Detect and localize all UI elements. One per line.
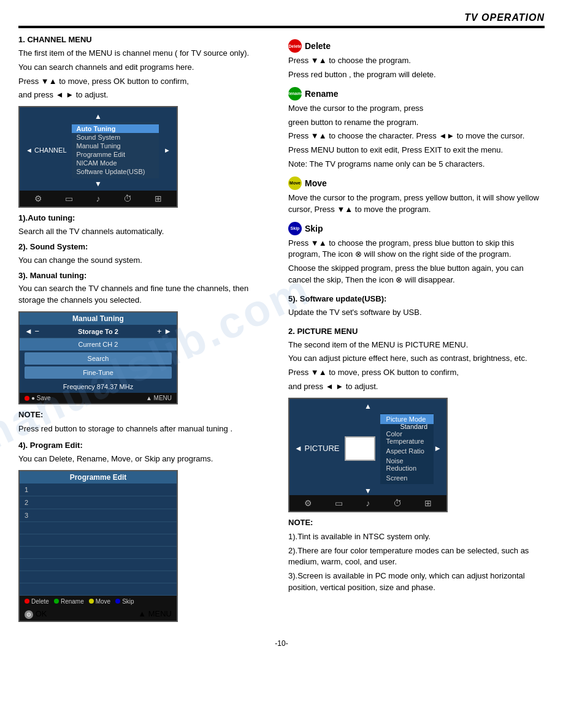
pe-menu-label: ▲ MENU xyxy=(138,609,172,619)
rename-para2: green button to rename the program. xyxy=(288,117,545,129)
menu-item-software-update: Software Update(USB) xyxy=(72,167,159,176)
pe-rename-item: Rename xyxy=(54,598,84,605)
mt-search-btn[interactable]: Search xyxy=(25,352,172,365)
pe-row-7 xyxy=(20,559,177,571)
skip-circle: Skip xyxy=(288,222,302,235)
feature-skip: Skip Skip Press ▼▲ to choose the program… xyxy=(288,222,545,286)
pe-row-4 xyxy=(20,522,177,534)
pe-ok-label: ⊙ OK xyxy=(25,609,47,619)
sound-system-heading: 2). Sound System: xyxy=(18,241,276,253)
skip-dot xyxy=(115,599,120,604)
section-manual-tuning: 3). Manual tuning: You can search the TV… xyxy=(18,270,276,405)
skip-title: Skip Skip xyxy=(288,222,545,235)
pe-row-2: 2 xyxy=(20,496,177,509)
move-dot xyxy=(89,599,94,604)
section-sound-system: 2). Sound System: You can change the sou… xyxy=(18,241,276,267)
note2-heading: NOTE: xyxy=(288,517,545,529)
menu-item-auto-tuning: Auto Tuning xyxy=(72,124,159,133)
note2-section: NOTE: 1).Tint is available in NTSC syste… xyxy=(288,517,545,594)
mt-left-nav: ◄ − xyxy=(25,327,39,336)
mt-right-nav: + ► xyxy=(157,327,172,336)
rename-heading: Rename xyxy=(305,89,338,99)
sound-system-text: You can change the sound system. xyxy=(18,255,276,267)
picture-menu-para1: The second item of the MENU is PICTURE M… xyxy=(288,339,545,351)
pic-right-arrow: ► xyxy=(434,444,442,453)
note2-item1: 1).Tint is available in NTSC system only… xyxy=(288,531,545,543)
pic-item-mode: Picture Mode Standard xyxy=(380,414,434,424)
channel-left-arrow: ◄ CHANNEL xyxy=(26,146,67,154)
pe-footer-dots: Delete Rename Move Skip xyxy=(20,596,177,607)
pe-skip-label: Skip xyxy=(122,598,134,605)
feature-move: Move Move Move the cursor to the program… xyxy=(288,176,545,216)
pic-item-noise: Noise Reduction xyxy=(380,456,434,473)
note-section: NOTE: Press red button to storage to cha… xyxy=(18,409,276,435)
pe-rename-label: Rename xyxy=(61,598,84,605)
move-title: Move Move xyxy=(288,176,545,190)
mt-storage-row: ◄ − Storage To 2 + ► xyxy=(20,325,177,338)
channel-menu-para2: You can search channels and edit program… xyxy=(18,62,276,74)
picture-menu-para4: and press ◄ ► to adjust. xyxy=(288,381,545,393)
mt-footer: ● Save ▲ MENU xyxy=(20,393,177,403)
program-edit-heading: 4). Program Edit: xyxy=(18,440,276,452)
channel-menu-heading: 1. CHANNEL MENU xyxy=(18,34,276,46)
section-auto-tuning: 1).Auto tuning: Search all the TV channe… xyxy=(18,213,276,238)
rename-para1: Move the cursor to the program, press xyxy=(288,103,545,115)
menu-item-manual-tuning: Manual Tuning xyxy=(72,142,159,150)
pe-footer-ok: ⊙ OK ▲ MENU xyxy=(20,607,177,621)
pe-title: Programme Edit xyxy=(20,471,177,483)
note-text: Press red button to storage to channels … xyxy=(18,423,276,435)
program-edit-text: You can Delete, Rename, Move, or Skip an… xyxy=(18,453,276,465)
pe-delete-item: Delete xyxy=(25,598,49,605)
software-update-text: Update the TV set's software by USB. xyxy=(288,307,545,319)
mt-storage-value: Storage To 2 xyxy=(78,328,118,335)
pic-clock-icon: ⏱ xyxy=(393,498,402,508)
tv-bottom-bar: ⚙ ▭ ♪ ⏱ ⊞ xyxy=(20,191,177,207)
auto-tuning-text: Search all the TV channels automatically… xyxy=(18,226,276,238)
pic-settings-icon: ⚙ xyxy=(304,498,312,508)
rename-para3: Press ▼▲ to choose the character. Press … xyxy=(288,131,545,142)
section-software-update: 5). Software update(USB): Update the TV … xyxy=(288,294,545,319)
channel-menu-screen: ▲ ◄ CHANNEL Auto Tuning Sound System Man… xyxy=(18,106,178,208)
skip-para2: Choose the skipped program, press the bl… xyxy=(288,263,545,286)
move-circle: Move xyxy=(288,176,302,190)
page-number: -10- xyxy=(18,639,545,648)
feature-rename: Rename Rename Move the cursor to the pro… xyxy=(288,87,545,170)
pic-nav: ◄ PICTURE Picture Mode Standard Color Te… xyxy=(289,411,446,487)
channel-menu-para1: The first item of the MENU is channel me… xyxy=(18,48,276,59)
page-title: TV OPERATION xyxy=(464,12,545,23)
section-program-edit: 4). Program Edit: You can Delete, Rename… xyxy=(18,440,276,622)
menu-item-programme-edit: Programme Edit xyxy=(72,150,159,159)
picture-menu-para2: You can adjust picture effect here, such… xyxy=(288,353,545,365)
menu-item-nicam: NICAM Mode xyxy=(72,159,159,167)
pe-row-3: 3 xyxy=(20,509,177,522)
left-column: 1. CHANNEL MENU The first item of the ME… xyxy=(18,34,276,627)
delete-circle: Delete xyxy=(288,39,302,53)
manual-tuning-heading: 3). Manual tuning: xyxy=(18,270,276,282)
rename-para4: Press MENU button to exit edit, Press EX… xyxy=(288,145,545,156)
right-column: Delete Delete Press ▼▲ to choose the pro… xyxy=(288,34,545,627)
picture-screen: ▲ ◄ PICTURE Picture Mode Standard Color … xyxy=(288,398,448,512)
menu-item-sound-system: Sound System xyxy=(72,133,159,142)
skip-para1: Press ▼▲ to choose the program, press bl… xyxy=(288,238,545,261)
ok-icon: ⊙ xyxy=(25,610,33,619)
pe-row-9 xyxy=(20,583,177,596)
pe-move-label: Move xyxy=(96,598,110,605)
channel-nav: ◄ CHANNEL Auto Tuning Sound System Manua… xyxy=(23,121,173,180)
grid-icon: ⊞ xyxy=(155,194,162,203)
note-heading: NOTE: xyxy=(18,409,276,421)
up-arrow-icon: ▲ xyxy=(23,112,173,121)
manual-tuning-screen: Manual Tuning ◄ − Storage To 2 + ► Curre… xyxy=(18,311,178,404)
pic-item-screen: Screen xyxy=(380,473,434,483)
page-header: TV OPERATION xyxy=(18,12,545,28)
rename-circle: Rename xyxy=(288,87,302,100)
tv-icon: ▭ xyxy=(65,194,73,203)
mt-fine-tune-btn[interactable]: Fine-Tune xyxy=(25,366,172,379)
skip-heading: Skip xyxy=(305,224,323,233)
delete-para1: Press ▼▲ to choose the program. xyxy=(288,55,545,67)
channel-right-arrow: ► xyxy=(164,146,170,154)
delete-heading: Delete xyxy=(305,41,331,51)
auto-tuning-heading: 1).Auto tuning: xyxy=(18,213,276,224)
clock-icon: ⏱ xyxy=(123,194,132,203)
pe-move-item: Move xyxy=(89,598,110,605)
feature-delete: Delete Delete Press ▼▲ to choose the pro… xyxy=(288,39,545,81)
